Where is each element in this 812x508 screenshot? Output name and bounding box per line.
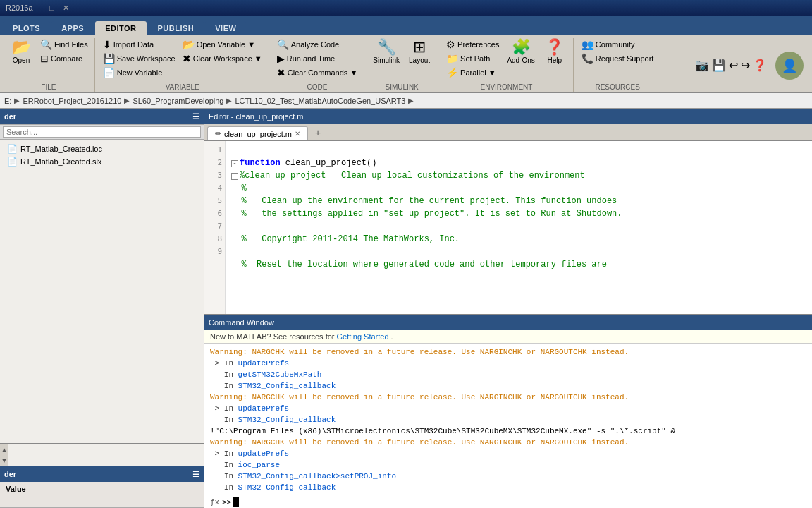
toolbar-icon-help[interactable]: ❓ bbox=[753, 59, 767, 72]
compare-button[interactable]: ⊟ Compare bbox=[38, 52, 90, 65]
file-name-2: RT_Matlab_Created.slx bbox=[20, 157, 102, 166]
breadcrumb-part-3[interactable]: LCTL10_02_Test_MatlabAutoCodeGen_USART3 bbox=[235, 97, 405, 105]
editor-tab-name: clean_up_project.m bbox=[224, 130, 292, 138]
file-icon-2: 📄 bbox=[7, 157, 18, 167]
help-button[interactable]: ❓ Help bbox=[541, 38, 569, 66]
add-ons-button[interactable]: 🧩 Add-Ons bbox=[504, 38, 537, 66]
scroll-down-arrow[interactable]: ▼ bbox=[0, 455, 9, 466]
tab-view[interactable]: VIEW bbox=[205, 21, 246, 35]
editor-header: Editor - clean_up_project.m bbox=[204, 109, 812, 124]
update-prefs-link-3[interactable]: updatePrefs bbox=[238, 449, 290, 458]
toolbar-icon-4[interactable]: ↪ bbox=[741, 59, 750, 72]
compare-icon: ⊟ bbox=[40, 53, 49, 64]
ribbon-group-resources: 👥 Community 📞 Request Support RESOURCES bbox=[575, 38, 660, 92]
file-icon-1: 📄 bbox=[7, 144, 18, 154]
stm32-config-link-1[interactable]: STM32_Config_callback bbox=[238, 382, 336, 390]
find-files-button[interactable]: 🔍 Find Files bbox=[38, 38, 90, 51]
toolbar-icon-1[interactable]: 📷 bbox=[695, 59, 709, 72]
community-button[interactable]: 👥 Community bbox=[579, 38, 656, 51]
open-variable-button[interactable]: 📂 Open Variable ▼ bbox=[180, 38, 264, 51]
layout-button[interactable]: ⊞ Layout bbox=[405, 38, 433, 66]
find-files-icon: 🔍 bbox=[40, 39, 52, 50]
preferences-button[interactable]: ⚙ Preferences bbox=[444, 38, 501, 51]
stm32-config-link-3[interactable]: STM32_Config_callback bbox=[238, 483, 336, 492]
command-output[interactable]: Warning: NARGCHK will be removed in a fu… bbox=[204, 344, 812, 496]
tab-publish[interactable]: PUBLISH bbox=[148, 21, 204, 35]
breadcrumb-part-2[interactable]: SL60_ProgramDeveloping bbox=[133, 97, 223, 105]
stm32-config-link-2[interactable]: STM32_Config_callback bbox=[238, 416, 336, 424]
ioc-parse-link[interactable]: ioc_parse bbox=[238, 461, 280, 469]
command-prompt[interactable]: ƒx >> bbox=[204, 496, 812, 508]
open-icon: 📂 bbox=[12, 40, 31, 55]
import-data-button[interactable]: ⬇ Import Data bbox=[101, 38, 178, 51]
address-bar: E: ▶ ERRobot_Project_20161210 ▶ SL60_Pro… bbox=[0, 93, 812, 109]
getting-started-link[interactable]: Getting Started bbox=[337, 332, 389, 341]
clear-commands-button[interactable]: ✖ Clear Commands ▼ bbox=[275, 66, 360, 79]
left-panel: der ☰ 📄 RT_Matlab_Created.ioc 📄 RT_Matla… bbox=[0, 109, 204, 508]
request-support-button[interactable]: 📞 Request Support bbox=[579, 52, 656, 65]
user-avatar[interactable]: 👤 bbox=[775, 52, 804, 80]
tab-editor[interactable]: EDITOR bbox=[95, 21, 146, 35]
stm32-config-setproj-link[interactable]: STM32_Config_callback>setPROJ_info bbox=[238, 472, 396, 480]
tab-apps[interactable]: APPS bbox=[51, 21, 94, 35]
help-icon: ❓ bbox=[545, 40, 564, 55]
variable-table: Value bbox=[0, 482, 204, 508]
var-panel-title: der bbox=[4, 470, 16, 478]
prompt-cursor[interactable] bbox=[233, 497, 239, 507]
close-button[interactable]: ✕ bbox=[60, 4, 72, 13]
search-bar bbox=[0, 124, 204, 140]
code-area: 1 2 3 4 5 6 7 8 9 -function clean_up_pro… bbox=[204, 141, 812, 314]
title-controls[interactable]: ─ □ ✕ bbox=[33, 4, 72, 13]
toolbar-icon-3[interactable]: ↩ bbox=[729, 59, 738, 72]
right-panel: Editor - clean_up_project.m ✏ clean_up_p… bbox=[204, 109, 812, 508]
cmd-output-line: In STM32_Config_callback bbox=[210, 482, 806, 493]
run-time-button[interactable]: ▶ Run and Time bbox=[275, 52, 360, 65]
clear-workspace-button[interactable]: ✖ Clear Workspace ▼ bbox=[180, 52, 264, 65]
code-content[interactable]: -function clean_up_project() -%clean_up_… bbox=[226, 141, 812, 314]
getstm32-link[interactable]: getSTM32CubeMxPath bbox=[238, 370, 322, 379]
ribbon-group-environment: ⚙ Preferences 📁 Set Path ⚡ Parallel ▼ 🧩 … bbox=[440, 38, 574, 92]
fold-btn-2[interactable]: - bbox=[231, 173, 238, 180]
minimize-button[interactable]: ─ bbox=[33, 4, 44, 13]
search-input[interactable] bbox=[3, 126, 201, 138]
editor-title: Editor - clean_up_project.m bbox=[209, 112, 304, 121]
simulink-button[interactable]: 🔧 Simulink bbox=[370, 38, 402, 66]
update-prefs-link-1[interactable]: updatePrefs bbox=[238, 359, 290, 368]
breadcrumb-part-0[interactable]: E: bbox=[4, 97, 11, 105]
title-bar: R2016a ─ □ ✕ bbox=[0, 0, 812, 16]
var-panel-header: der ☰ bbox=[0, 466, 204, 482]
list-item[interactable]: 📄 RT_Matlab_Created.ioc bbox=[3, 143, 201, 155]
ribbon-group-variable: ⬇ Import Data 💾 Save Workspace 📄 New Var… bbox=[97, 38, 269, 92]
var-panel-scroll[interactable]: ☰ bbox=[192, 470, 199, 479]
fold-btn-1[interactable]: - bbox=[231, 160, 238, 167]
list-item[interactable]: 📄 RT_Matlab_Created.slx bbox=[3, 155, 201, 168]
new-variable-button[interactable]: 📄 New Variable bbox=[101, 66, 178, 79]
notice-text: New to MATLAB? See resources for bbox=[210, 332, 337, 341]
cmd-output-line: In ioc_parse bbox=[210, 459, 806, 471]
left-panel-title: der bbox=[4, 112, 16, 121]
cmd-output-line: In STM32_Config_callback bbox=[210, 414, 806, 425]
add-ons-icon: 🧩 bbox=[512, 40, 531, 55]
tab-plots[interactable]: PLOTS bbox=[3, 21, 50, 35]
cmd-output-line: In STM32_Config_callback>setPROJ_info bbox=[210, 471, 806, 482]
ribbon-group-file: 📂 Open 🔍 Find Files ⊟ Compare FILE bbox=[3, 38, 95, 92]
scroll-up-arrow[interactable]: ▲ bbox=[0, 445, 9, 455]
left-panel-menu-icon[interactable]: ☰ bbox=[192, 112, 199, 121]
open-button[interactable]: 📂 Open bbox=[7, 38, 35, 66]
parallel-button[interactable]: ⚡ Parallel ▼ bbox=[444, 66, 501, 79]
analyze-code-button[interactable]: 🔍 Analyze Code bbox=[275, 38, 360, 51]
layout-icon: ⊞ bbox=[413, 40, 426, 55]
editor-tab-close[interactable]: ✕ bbox=[295, 130, 300, 138]
ribbon-group-code: 🔍 Analyze Code ▶ Run and Time ✖ Clear Co… bbox=[271, 38, 365, 92]
update-prefs-link-2[interactable]: updatePrefs bbox=[238, 404, 290, 413]
editor-tab-0[interactable]: ✏ clean_up_project.m ✕ bbox=[207, 126, 308, 140]
maximize-button[interactable]: □ bbox=[47, 4, 57, 13]
save-workspace-button[interactable]: 💾 Save Workspace bbox=[101, 52, 178, 65]
cmd-output-line: !"C:\Program Files (x86)\STMicroelectron… bbox=[210, 425, 806, 437]
scroll-indicator[interactable]: ▲ ▼ bbox=[0, 444, 8, 466]
breadcrumb-part-1[interactable]: ERRobot_Project_20161210 bbox=[23, 97, 121, 105]
add-tab-button[interactable]: + bbox=[309, 125, 326, 140]
set-path-button[interactable]: 📁 Set Path bbox=[444, 52, 501, 65]
toolbar-icon-2[interactable]: 💾 bbox=[712, 59, 726, 72]
cmd-output-line: Warning: NARGCHK will be removed in a fu… bbox=[210, 346, 806, 358]
